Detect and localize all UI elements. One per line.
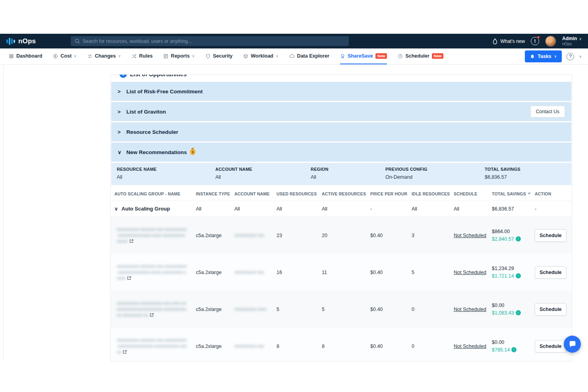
savings-up-icon: ↑ <box>516 236 521 241</box>
nav-item-rules[interactable]: Rules <box>132 48 153 64</box>
col-account-name: ACCOUNT NAME <box>234 191 277 196</box>
table-row: xxxxxxxxxx-xxxxxxx-xxx-xxxxxxxxxx-xxxxxx… <box>111 328 571 361</box>
account-name-cell: xxxxxxxxxx xxx <box>234 232 277 238</box>
cost-icon <box>53 54 58 59</box>
instance-type: c5a.2xlarge <box>196 233 234 238</box>
table-row: xxxxxxxxxx-xxxxxxxxxx-xxx-xxxx-xxxxxxxxx… <box>111 291 571 328</box>
whats-new-icon <box>492 38 498 44</box>
account-name-cell: xxxxxxxxxx xxx <box>234 343 277 349</box>
col-active-resources: ACTIVE RESOURCES <box>322 191 370 196</box>
new-badge: New <box>432 53 444 59</box>
used-resources: 23 <box>277 233 322 238</box>
chevron-down-icon: ∨ <box>74 54 77 58</box>
new-badge: New <box>375 53 387 59</box>
nav-item-scheduler[interactable]: Scheduler New <box>398 48 443 64</box>
savings-up-icon: ↑ <box>516 310 521 315</box>
table-group-row: ∨ Auto Scaling Group All All All All - A… <box>111 201 571 217</box>
nav-item-cost[interactable]: Cost ∨ <box>53 48 76 64</box>
col-instance-type: INSTANCE TYPE <box>196 191 234 196</box>
savings-up-icon: ↑ <box>516 273 521 278</box>
not-scheduled-link[interactable]: Not Scheduled <box>454 307 486 312</box>
info-icon[interactable]: i <box>120 74 127 78</box>
section-new-recommendations[interactable]: ∨ New Recommendations $ <box>111 143 571 162</box>
nav-item-data-explorer[interactable]: Data Explorer <box>289 48 329 64</box>
user-name: Admin <box>562 36 577 42</box>
header-right-cluster: What's new ! Admin ∨ nOps <box>492 36 588 47</box>
table-row: xxxxxxxxxx-xxxxxxx-xxx-xxxxxxxxxx-xxxxxx… <box>111 217 571 254</box>
whats-new-button[interactable]: What's new <box>492 38 525 44</box>
not-scheduled-link[interactable]: Not Scheduled <box>454 233 486 238</box>
filter-region[interactable]: REGION All <box>311 167 385 185</box>
price-per-hour: $0.40 <box>370 307 412 312</box>
chevron-down-icon[interactable]: ∨ <box>579 54 582 58</box>
section-graviton[interactable]: > List of Graviton Contact Us <box>111 102 571 121</box>
external-link-icon[interactable] <box>129 239 134 245</box>
used-resources: 5 <box>277 307 322 312</box>
section-resource-scheduler[interactable]: > Resource Scheduler <box>111 122 571 141</box>
global-search <box>71 36 349 46</box>
not-scheduled-link[interactable]: Not Scheduled <box>454 270 486 275</box>
used-resources: 16 <box>277 270 322 275</box>
nav-item-sharesave[interactable]: ShareSave New <box>340 48 387 64</box>
schedule-button[interactable]: Schedule <box>535 229 567 242</box>
schedule-button[interactable]: Schedule <box>535 303 567 316</box>
savings-cell: $0.00 $785.14↑ <box>492 339 535 353</box>
avatar[interactable] <box>545 36 556 47</box>
external-link-icon[interactable] <box>149 313 154 319</box>
help-icon[interactable]: ? <box>567 53 574 60</box>
page: nOps What's new ! Admin ∨ <box>0 0 588 392</box>
nav-item-security[interactable]: Security <box>205 48 232 64</box>
redacted-resource-name: xxxxxxxxxx-xxxxxxx-xxx-xxxxxxxxxx-xxxxxx… <box>117 227 187 243</box>
nav-item-reports[interactable]: Reports ∨ <box>163 48 195 64</box>
nav-item-changes[interactable]: Changes ∨ <box>87 48 121 64</box>
filter-resource-name[interactable]: RESOURCE NAME All <box>117 167 215 185</box>
used-resources: 8 <box>277 344 322 349</box>
data-explorer-icon <box>289 54 295 59</box>
external-link-icon[interactable] <box>122 350 127 355</box>
chevron-down-icon[interactable]: ∨ <box>114 206 118 212</box>
page-edge-divider <box>3 34 4 361</box>
app-header: nOps What's new ! Admin ∨ <box>0 34 588 48</box>
account-name-cell: xxxxxxxxxx xxxx <box>234 306 277 312</box>
contact-us-button[interactable]: Contact Us <box>530 106 565 118</box>
chevron-right-icon: > <box>118 109 122 115</box>
tasks-button[interactable]: Tasks ∨ <box>525 50 562 62</box>
chevron-right-icon: > <box>118 89 122 95</box>
not-scheduled-link[interactable]: Not Scheduled <box>454 344 486 349</box>
price-per-hour: $0.40 <box>370 233 412 238</box>
user-menu[interactable]: Admin ∨ nOps <box>562 36 582 46</box>
idle-resources: 0 <box>412 344 454 349</box>
col-action: ACTION <box>535 191 571 196</box>
nav-right-cluster: Tasks ∨ ? ∨ <box>525 48 588 64</box>
savings-cell: $1,234.29 $1,721.14↑ <box>492 265 535 279</box>
search-input[interactable] <box>71 36 349 46</box>
sort-icon[interactable] <box>528 193 531 195</box>
group-name: Auto Scaling Group <box>122 206 170 212</box>
recommendations-filter-row: RESOURCE NAME All ACCOUNT NAME All REGIO… <box>111 163 571 185</box>
filter-total-savings: TOTAL SAVINGS $6,836.57 <box>485 167 565 185</box>
changes-icon <box>87 54 93 59</box>
chat-widget-button[interactable] <box>564 336 581 353</box>
account-name-cell: xxxxxxxxxx xxx <box>234 269 277 275</box>
filter-account-name[interactable]: ACCOUNT NAME All <box>215 167 311 185</box>
schedule-button[interactable]: Schedule <box>535 340 567 353</box>
nops-logo-icon <box>6 37 15 45</box>
savings-up-icon: ↑ <box>511 347 516 352</box>
nav-item-workload[interactable]: Workload ∨ <box>243 48 278 64</box>
section-risk-free-commitment[interactable]: > List of Risk-Free Commitment <box>111 82 571 101</box>
savings-cell: $0.00 $1,083.43↑ <box>492 302 535 316</box>
chevron-down-icon: ∨ <box>118 149 122 155</box>
active-resources: 5 <box>322 307 370 312</box>
filter-previous-config[interactable]: PREVIOUS CONFIG On-Demand <box>385 167 485 185</box>
main-content: i List of Opportunities > List of Risk-F… <box>110 70 572 361</box>
schedule-button[interactable]: Schedule <box>535 266 567 279</box>
chevron-down-icon: ∨ <box>554 54 557 58</box>
idle-resources: 3 <box>412 233 454 238</box>
nav-item-dashboard[interactable]: Dashboard <box>9 48 42 64</box>
external-link-icon[interactable] <box>127 276 132 282</box>
notifications-icon[interactable]: ! <box>531 37 539 45</box>
nops-logo[interactable]: nOps <box>0 37 71 45</box>
resource-name-cell: xxxxxxxxxx-xxxxxxx-xxx-xxxxxxxxxx-xxxxxx… <box>114 222 196 249</box>
table-row: xxxxxxxxxx-xxxxxxx-xxx-xxxxxxxxxx-xxxxxx… <box>111 254 571 291</box>
resource-name-cell: xxxxxxxxxx-xxxxxxxxxx-xxx-xxxx-xxxxxxxxx… <box>114 295 196 323</box>
